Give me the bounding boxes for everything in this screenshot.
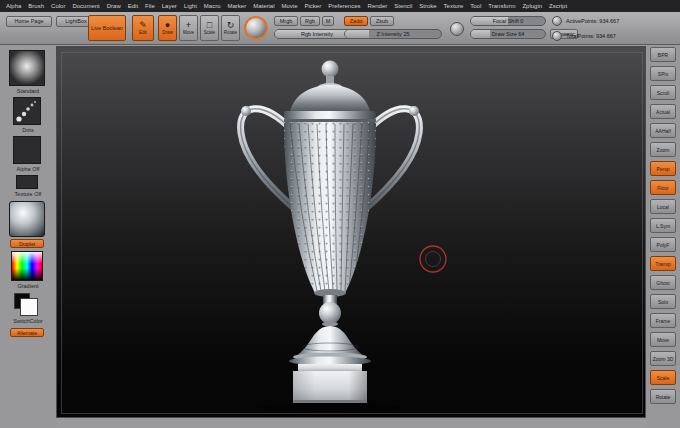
home-page-button[interactable]: Home Page bbox=[6, 16, 52, 27]
right-shelf-button-label: AAHalf bbox=[655, 128, 671, 134]
scale-button[interactable]: □ Scale bbox=[200, 15, 219, 41]
gradient-label: Gradient bbox=[0, 283, 56, 289]
material-name-button[interactable]: Droplet bbox=[10, 239, 44, 248]
edit-button[interactable]: ✎ Edit bbox=[132, 15, 154, 41]
right-shelf-button-label: Persp bbox=[656, 166, 669, 172]
right-shelf-button[interactable]: SPix bbox=[650, 66, 676, 81]
brush-picker[interactable] bbox=[9, 50, 45, 86]
switch-color-label[interactable]: SwitchColor bbox=[0, 318, 56, 324]
menu-item[interactable]: Tool bbox=[470, 3, 481, 9]
right-shelf-button[interactable]: Rotate bbox=[650, 389, 676, 404]
right-shelf-button[interactable]: Frame bbox=[650, 313, 676, 328]
right-shelf-button-label: Floor bbox=[657, 185, 668, 191]
current-tool-preview[interactable] bbox=[244, 16, 268, 40]
trophy-plinth-shade bbox=[293, 371, 367, 400]
alpha-label: Alpha Off bbox=[0, 166, 56, 172]
rotate-label: Rotate bbox=[224, 31, 237, 36]
move-button[interactable]: + Move bbox=[179, 15, 198, 41]
z-intensity-slider[interactable]: Z Intensity 25 bbox=[344, 29, 442, 39]
menu-item[interactable]: Zscript bbox=[549, 3, 567, 9]
menu-item[interactable]: Material bbox=[253, 3, 274, 9]
right-shelf-button-label: Local bbox=[657, 204, 669, 210]
dots-stroke-icon bbox=[14, 98, 40, 124]
document-canvas[interactable] bbox=[56, 46, 646, 418]
right-shelf-button[interactable]: Zoom 3D bbox=[650, 351, 676, 366]
right-shelf-button-label: Solo bbox=[658, 299, 668, 305]
focal-shift-icon[interactable] bbox=[450, 22, 464, 36]
trophy-rim-shadow bbox=[284, 119, 376, 122]
trophy-lid bbox=[290, 85, 370, 111]
right-shelf-button[interactable]: Local bbox=[650, 199, 676, 214]
menu-item[interactable]: Texture bbox=[444, 3, 464, 9]
rotate-icon: ↻ bbox=[227, 21, 235, 30]
menu-item[interactable]: Stroke bbox=[419, 3, 436, 9]
right-shelf-button[interactable]: Move bbox=[650, 332, 676, 347]
draw-button[interactable]: ● Draw bbox=[158, 15, 177, 41]
right-shelf-button[interactable]: Ghost bbox=[650, 275, 676, 290]
right-shelf-button-label: Move bbox=[657, 337, 669, 343]
z-intensity-label: Z Intensity 25 bbox=[345, 30, 441, 38]
menu-item[interactable]: Zplugin bbox=[522, 3, 542, 9]
right-shelf-button-label: Rotate bbox=[656, 394, 671, 400]
right-shelf-button[interactable]: Zoom bbox=[650, 142, 676, 157]
trophy-plinth-bottom bbox=[293, 400, 367, 403]
menu-item[interactable]: Preferences bbox=[328, 3, 360, 9]
zsub-button[interactable]: Zsub bbox=[370, 16, 394, 26]
menu-item[interactable]: Light bbox=[184, 3, 197, 9]
menu-item[interactable]: Render bbox=[368, 3, 388, 9]
active-points-icon bbox=[552, 16, 562, 26]
live-boolean-button[interactable]: Live Boolean bbox=[88, 15, 126, 41]
right-shelf-button[interactable]: Transp bbox=[650, 256, 676, 271]
right-shelf-button[interactable]: BPR bbox=[650, 47, 676, 62]
texture-picker[interactable] bbox=[16, 175, 38, 189]
menu-item[interactable]: Layer bbox=[162, 3, 177, 9]
material-picker[interactable] bbox=[9, 201, 45, 237]
trophy-cup-texture bbox=[284, 122, 376, 293]
menu-item[interactable]: Draw bbox=[107, 3, 121, 9]
menu-item[interactable]: Movie bbox=[282, 3, 298, 9]
m-button[interactable]: M bbox=[322, 16, 334, 26]
right-shelf-button[interactable]: Scale bbox=[650, 370, 676, 385]
main-color-swatch[interactable] bbox=[20, 298, 38, 316]
move-icon: + bbox=[186, 21, 191, 30]
menu-item[interactable]: Transform bbox=[488, 3, 515, 9]
stroke-picker[interactable] bbox=[13, 97, 41, 125]
menu-item[interactable]: Macro bbox=[204, 3, 221, 9]
trophy-model[interactable] bbox=[241, 61, 420, 412]
menu-item[interactable]: Picker bbox=[305, 3, 322, 9]
rotate-button[interactable]: ↻ Rotate bbox=[221, 15, 240, 41]
move-label: Move bbox=[183, 31, 194, 36]
right-shelf-button[interactable]: Floor bbox=[650, 180, 676, 195]
menu-item[interactable]: Document bbox=[72, 3, 99, 9]
right-shelf-button[interactable]: Actual bbox=[650, 104, 676, 119]
right-shelf-button-label: Frame bbox=[656, 318, 670, 324]
right-shelf-button[interactable]: Scroll bbox=[650, 85, 676, 100]
menu-item[interactable]: Marker bbox=[227, 3, 246, 9]
mrgb-button[interactable]: Mrgb bbox=[274, 16, 298, 26]
menu-item[interactable]: Stencil bbox=[394, 3, 412, 9]
right-shelf-button[interactable]: Solo bbox=[650, 294, 676, 309]
menu-item[interactable]: Alpha bbox=[6, 3, 21, 9]
alternate-button[interactable]: Alternate bbox=[10, 328, 44, 337]
right-shelf-button[interactable]: PolyF bbox=[650, 237, 676, 252]
zadd-button[interactable]: Zadd bbox=[344, 16, 368, 26]
menu-item[interactable]: Brush bbox=[28, 3, 44, 9]
total-points-icon bbox=[552, 31, 562, 41]
active-points-value: ActivePoints: 934.667 bbox=[566, 18, 619, 24]
menu-item[interactable]: File bbox=[145, 3, 155, 9]
right-shelf-button[interactable]: Persp bbox=[650, 161, 676, 176]
focal-shift-slider[interactable]: Focal Shift 0 bbox=[470, 16, 546, 26]
trophy-plinth-step bbox=[298, 364, 362, 371]
right-shelf-button-label: Zoom bbox=[657, 147, 670, 153]
color-picker[interactable] bbox=[11, 251, 43, 281]
menu-item[interactable]: Color bbox=[51, 3, 65, 9]
menu-item[interactable]: Edit bbox=[128, 3, 138, 9]
right-shelf-button[interactable]: AAHalf bbox=[650, 123, 676, 138]
right-shelf-button[interactable]: L.Sym bbox=[650, 218, 676, 233]
draw-size-slider[interactable]: Draw Size 64 bbox=[470, 29, 546, 39]
alpha-picker[interactable] bbox=[13, 136, 41, 164]
trophy-right-handle-knob bbox=[409, 106, 419, 116]
top-shelf: Home Page LightBox Live Boolean ✎ Edit ●… bbox=[0, 12, 680, 45]
right-shelf-button-label: Scroll bbox=[657, 90, 670, 96]
rgb-button[interactable]: Rgb bbox=[300, 16, 320, 26]
